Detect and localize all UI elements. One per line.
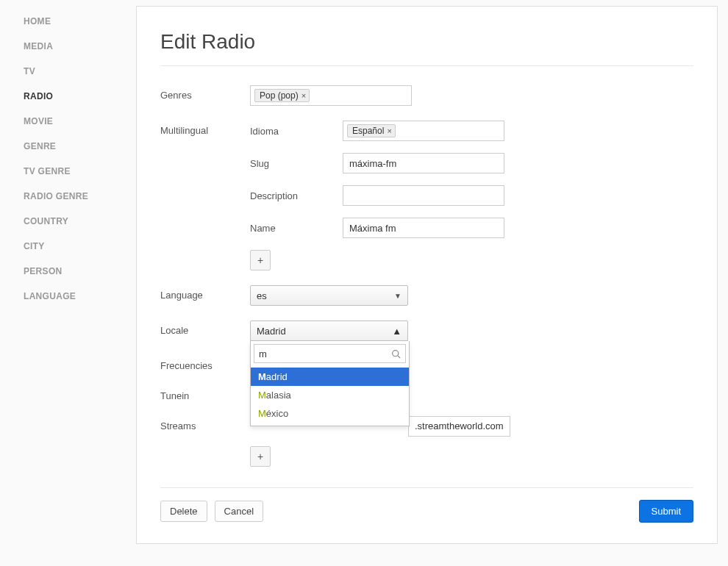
locale-dropdown: Madrid Malasia México (250, 341, 410, 426)
idioma-input[interactable]: Español × (343, 121, 504, 141)
idioma-label: Idioma (250, 126, 343, 137)
svg-point-0 (393, 350, 399, 356)
locale-search-input[interactable] (259, 348, 391, 359)
svg-line-1 (398, 355, 400, 357)
add-multilingual-button[interactable]: + (250, 250, 271, 271)
locale-option-malasia[interactable]: Malasia (251, 386, 409, 404)
main-panel: Edit Radio Genres Pop (pop) × Multilingu… (136, 6, 718, 544)
sidebar-item-radio[interactable]: RADIO (0, 84, 136, 109)
sidebar-item-genre[interactable]: GENRE (0, 134, 136, 159)
genre-tag: Pop (pop) × (254, 89, 310, 102)
language-label: Language (160, 285, 250, 301)
sidebar-item-tv[interactable]: TV (0, 59, 136, 84)
genres-input[interactable]: Pop (pop) × (250, 85, 412, 106)
sidebar-item-tv-genre[interactable]: TV GENRE (0, 159, 136, 184)
frecuencies-label: Frecuencies (160, 356, 250, 371)
locale-option-mexico[interactable]: México (251, 404, 409, 423)
slug-label: Slug (250, 158, 343, 169)
locale-option-madrid[interactable]: Madrid (251, 368, 409, 386)
description-input[interactable] (343, 185, 504, 206)
stream-url-suffix: .streamtheworld.com (408, 416, 510, 437)
tunein-label: Tunein (160, 386, 250, 401)
page-title: Edit Radio (160, 24, 693, 66)
cancel-button[interactable]: Cancel (215, 501, 263, 522)
idioma-tag: Español × (347, 124, 396, 137)
sidebar-item-radio-genre[interactable]: RADIO GENRE (0, 184, 136, 209)
sidebar-item-country[interactable]: COUNTRY (0, 209, 136, 234)
sidebar-item-person[interactable]: PERSON (0, 259, 136, 284)
form-footer: Delete Cancel Submit (160, 487, 693, 523)
slug-input[interactable] (343, 153, 504, 173)
close-icon[interactable]: × (301, 92, 306, 100)
chevron-down-icon: ▼ (394, 292, 402, 300)
chevron-up-icon: ▲ (392, 326, 402, 337)
name-label: Name (250, 223, 343, 234)
language-value: es (257, 290, 267, 301)
genre-tag-label: Pop (pop) (260, 90, 299, 101)
submit-button[interactable]: Submit (639, 500, 693, 523)
close-icon[interactable]: × (387, 127, 391, 135)
sidebar-item-movie[interactable]: MOVIE (0, 109, 136, 134)
sidebar-item-home[interactable]: HOME (0, 9, 136, 34)
search-icon (391, 349, 401, 359)
delete-button[interactable]: Delete (160, 501, 207, 522)
sidebar-item-media[interactable]: MEDIA (0, 34, 136, 59)
multilingual-label: Multilingual (160, 121, 250, 136)
sidebar-item-city[interactable]: CITY (0, 234, 136, 259)
language-select[interactable]: es ▼ (250, 285, 408, 306)
idioma-tag-label: Español (352, 126, 384, 136)
streams-label: Streams (160, 416, 250, 431)
locale-value: Madrid (257, 326, 286, 337)
sidebar-item-language[interactable]: LANGUAGE (0, 284, 136, 309)
sidebar: HOME MEDIA TV RADIO MOVIE GENRE TV GENRE… (0, 0, 136, 550)
genres-label: Genres (160, 85, 250, 101)
locale-select[interactable]: Madrid ▲ (250, 320, 408, 341)
locale-label: Locale (160, 320, 250, 336)
description-label: Description (250, 190, 343, 201)
add-stream-button[interactable]: + (250, 446, 271, 467)
name-input[interactable] (343, 218, 504, 238)
